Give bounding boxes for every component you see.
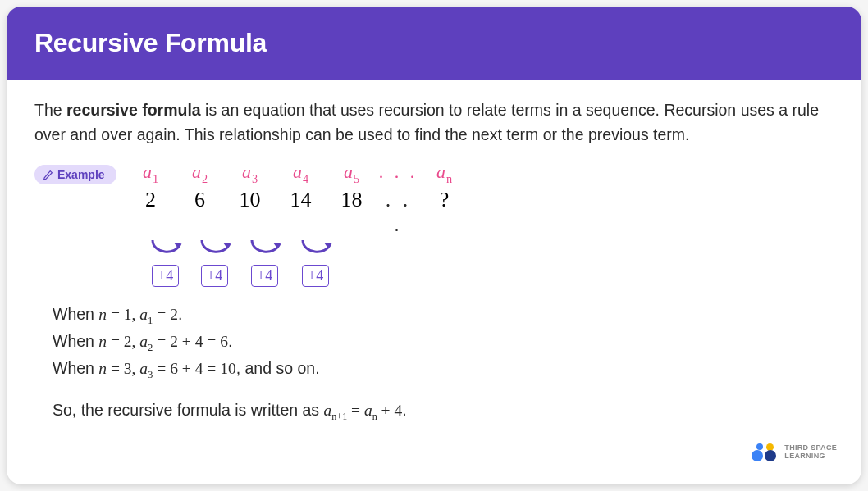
term-value-3: 10	[225, 188, 276, 237]
page-title: Recursive Formula	[34, 28, 834, 58]
operations: +4 +4 +4 +4	[126, 265, 469, 287]
example-badge: Example	[34, 165, 116, 184]
logo-icon	[750, 443, 778, 461]
header: Recursive Formula	[7, 7, 861, 80]
term-label-1: a1	[126, 161, 176, 185]
intro-prefix: The	[34, 101, 66, 119]
term-label-n: an	[420, 161, 469, 185]
diagram: Example a1 a2 a3 a4 a5 . . . an 2 6 10 1…	[34, 161, 834, 286]
op-4: +4	[290, 265, 341, 287]
conclusion: So, the recursive formula is written as …	[34, 401, 834, 423]
content: The recursive formula is an equation tha…	[7, 80, 861, 438]
pencil-icon	[43, 170, 53, 180]
explain-line-2: When n = 2, a2 = 2 + 4 = 6.	[53, 329, 834, 356]
intro-bold: recursive formula	[66, 101, 201, 119]
arrow-3	[241, 237, 292, 263]
term-label-4: a4	[276, 161, 327, 185]
sequence: a1 a2 a3 a4 a5 . . . an 2 6 10 14 18 . .…	[126, 161, 469, 286]
term-label-dots: . . .	[377, 161, 420, 185]
arrow-4	[292, 237, 343, 263]
op-2: +4	[190, 265, 240, 287]
term-value-5: 18	[327, 188, 377, 237]
example-badge-label: Example	[57, 168, 105, 181]
term-value-2: 6	[176, 188, 225, 237]
term-label-5: a5	[327, 161, 377, 185]
term-value-1: 2	[126, 188, 176, 237]
intro-text: The recursive formula is an equation tha…	[34, 98, 834, 147]
term-label-3: a3	[225, 161, 276, 185]
explain-line-3: When n = 3, a3 = 6 + 4 = 10, and so on.	[53, 356, 834, 383]
term-label-2: a2	[176, 161, 225, 185]
op-3: +4	[240, 265, 290, 287]
op-1: +4	[141, 265, 190, 287]
term-value-dots: . . .	[377, 188, 420, 237]
logo-text: THIRD SPACE LEARNING	[784, 444, 837, 461]
sequence-labels: a1 a2 a3 a4 a5 . . . an	[126, 161, 469, 185]
brand-logo: THIRD SPACE LEARNING	[750, 443, 837, 461]
arrow-2	[192, 237, 241, 263]
explain-line-1: When n = 1, a1 = 2.	[53, 302, 834, 329]
term-value-4: 14	[276, 188, 327, 237]
explanation: When n = 1, a1 = 2. When n = 2, a2 = 2 +…	[34, 302, 834, 383]
arrow-1	[143, 237, 192, 263]
term-value-n: ?	[420, 188, 469, 237]
card: Recursive Formula The recursive formula …	[7, 7, 861, 484]
sequence-values: 2 6 10 14 18 . . . ?	[126, 188, 469, 237]
arrows	[126, 237, 469, 263]
